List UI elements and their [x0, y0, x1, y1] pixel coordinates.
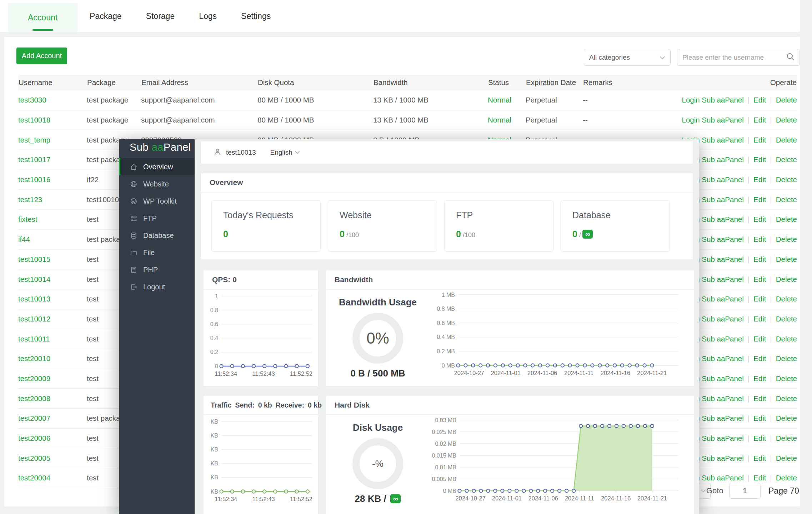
username-link[interactable]: test10011 [18, 335, 50, 343]
username-link[interactable]: test20008 [18, 394, 50, 403]
login-sub-aapanel-link[interactable]: Login Sub aaPanel [682, 116, 743, 124]
username-link[interactable]: test10018 [18, 116, 50, 124]
tab-account[interactable]: Account [8, 3, 77, 32]
delete-link[interactable]: Delete [776, 195, 797, 204]
delete-link[interactable]: Delete [776, 235, 797, 243]
edit-link[interactable]: Edit [753, 295, 766, 303]
edit-link[interactable]: Edit [753, 116, 766, 124]
tab-settings[interactable]: Settings [229, 0, 283, 32]
edit-link[interactable]: Edit [753, 96, 766, 104]
username-link[interactable]: test123 [18, 195, 42, 204]
svg-text:2024-11-21: 2024-11-21 [637, 495, 667, 501]
username-link[interactable]: test20007 [18, 414, 50, 422]
hard-disk-chart: 0.03 MB0.025 MB0.02 MB0.015 MB0.01 MB0.0… [430, 414, 692, 506]
delete-link[interactable]: Delete [776, 136, 797, 144]
delete-link[interactable]: Delete [776, 454, 797, 462]
edit-link[interactable]: Edit [753, 434, 766, 442]
sidebar-item-website[interactable]: Website [119, 175, 195, 193]
edit-link[interactable]: Edit [753, 136, 766, 144]
username-link[interactable]: test20009 [18, 374, 50, 383]
sidebar-item-ftp[interactable]: FTP [119, 210, 195, 227]
sidebar-item-wp-toolkit[interactable]: WP Toolkit [119, 193, 195, 210]
username-link[interactable]: fixtest [18, 215, 37, 223]
edit-link[interactable]: Edit [753, 474, 766, 482]
svg-text:KB: KB [211, 433, 218, 439]
tab-package[interactable]: Package [77, 0, 134, 32]
tab-storage[interactable]: Storage [134, 0, 187, 32]
username-link[interactable]: test20004 [18, 474, 50, 482]
username-link[interactable]: test10013 [18, 295, 50, 303]
delete-link[interactable]: Delete [776, 116, 797, 124]
globe-icon [130, 180, 137, 188]
sidebar-item-label: Website [143, 180, 169, 188]
sidebar-item-php[interactable]: PHP [119, 261, 195, 278]
stat-label: Database [572, 210, 670, 220]
login-sub-aapanel-link[interactable]: Login Sub aaPanel [682, 96, 743, 104]
sidebar-item-overview[interactable]: Overview [119, 158, 195, 175]
edit-link[interactable]: Edit [753, 354, 766, 363]
sidebar-item-database[interactable]: Database [119, 227, 195, 244]
edit-link[interactable]: Edit [753, 414, 766, 422]
delete-link[interactable]: Delete [776, 215, 797, 223]
sidebar-item-logout[interactable]: Logout [119, 278, 195, 295]
edit-link[interactable]: Edit [753, 255, 766, 263]
edit-link[interactable]: Edit [753, 454, 766, 462]
hard-disk-title: Hard Disk [326, 396, 694, 415]
delete-link[interactable]: Delete [776, 155, 797, 164]
column-header-remarks: Remarks [583, 75, 661, 90]
username-link[interactable]: test20010 [18, 354, 50, 363]
username-link[interactable]: test10012 [18, 315, 50, 323]
delete-link[interactable]: Delete [776, 96, 797, 104]
username-search-input[interactable] [682, 53, 786, 62]
sub-aapanel-modal: Sub aaPanel OverviewWebsiteWP ToolkitFTP… [119, 139, 699, 514]
username-link[interactable]: test_temp [18, 136, 50, 144]
username-link[interactable]: test10014 [18, 275, 50, 283]
delete-link[interactable]: Delete [776, 275, 797, 283]
username-link[interactable]: test10016 [18, 175, 50, 184]
edit-link[interactable]: Edit [753, 335, 766, 343]
delete-link[interactable]: Delete [776, 414, 797, 422]
add-account-button[interactable]: Add Account [16, 48, 67, 64]
svg-text:0.2: 0.2 [210, 349, 218, 355]
search-icon[interactable] [786, 52, 795, 63]
language-dropdown[interactable]: English [270, 149, 299, 156]
sidebar-menu: OverviewWebsiteWP ToolkitFTPDatabaseFile… [119, 158, 195, 295]
edit-link[interactable]: Edit [753, 394, 766, 403]
edit-link[interactable]: Edit [753, 235, 766, 243]
delete-link[interactable]: Delete [776, 354, 797, 363]
edit-link[interactable]: Edit [753, 315, 766, 323]
delete-link[interactable]: Delete [776, 434, 797, 442]
edit-link[interactable]: Edit [753, 175, 766, 184]
edit-link[interactable]: Edit [753, 215, 766, 223]
username-link[interactable]: test20005 [18, 454, 50, 462]
traffic-chart: KBKBKBKBKBKB11:52:3411:52:4311:52:52 [206, 416, 316, 507]
bandwidth-title: Bandwidth [326, 270, 694, 290]
username-link[interactable]: test3030 [18, 96, 46, 104]
delete-link[interactable]: Delete [776, 295, 797, 303]
edit-link[interactable]: Edit [753, 155, 766, 164]
delete-link[interactable]: Delete [776, 315, 797, 323]
category-filter-select[interactable]: All categories [584, 49, 671, 66]
home-icon [130, 163, 137, 171]
delete-link[interactable]: Delete [776, 335, 797, 343]
edit-link[interactable]: Edit [753, 275, 766, 283]
edit-link[interactable]: Edit [753, 195, 766, 204]
delete-link[interactable]: Delete [776, 374, 797, 383]
sidebar-item-file[interactable]: File [119, 244, 195, 261]
delete-link[interactable]: Delete [776, 394, 797, 403]
delete-link[interactable]: Delete [776, 175, 797, 184]
username-link[interactable]: if44 [18, 235, 30, 243]
username-link[interactable]: test10017 [18, 155, 50, 164]
username-link[interactable]: test20006 [18, 434, 50, 442]
delete-link[interactable]: Delete [776, 255, 797, 263]
table-header-row: UsernamePackageEmail AddressDisk QuotaBa… [18, 75, 797, 90]
sidebar-item-label: Overview [143, 163, 173, 171]
email-cell: support@aapanel.com [141, 110, 257, 130]
goto-page-input[interactable] [729, 483, 761, 499]
delete-link[interactable]: Delete [776, 474, 797, 482]
username-link[interactable]: test10015 [18, 255, 50, 263]
svg-text:0.005 MB: 0.005 MB [432, 476, 456, 482]
svg-text:2024-10-27: 2024-10-27 [454, 370, 484, 376]
edit-link[interactable]: Edit [753, 374, 766, 383]
tab-logs[interactable]: Logs [187, 0, 229, 32]
